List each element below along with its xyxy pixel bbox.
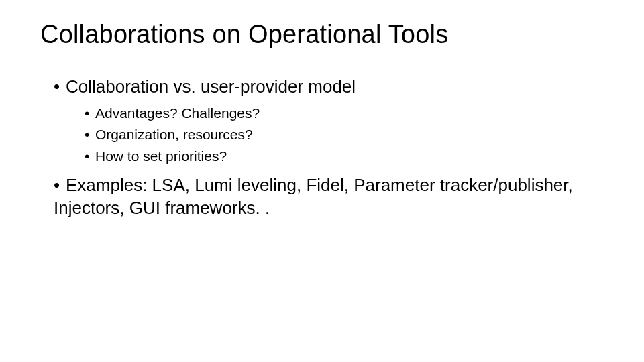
bullet-marker: •: [54, 174, 66, 197]
list-item: •Examples: LSA, Lumi leveling, Fidel, Pa…: [54, 174, 604, 220]
sub-list-item: •Advantages? Challenges?: [85, 104, 604, 123]
bullet-marker: •: [85, 104, 95, 123]
slide-title: Collaborations on Operational Tools: [40, 20, 604, 49]
bullet-marker: •: [85, 125, 95, 144]
list-item-text: Collaboration vs. user-provider model: [66, 76, 356, 97]
list-item-text: Examples: LSA, Lumi leveling, Fidel, Par…: [54, 175, 573, 218]
sub-list-item-text: Advantages? Challenges?: [95, 105, 260, 121]
bullet-marker: •: [85, 147, 95, 166]
bullet-marker: •: [54, 76, 66, 99]
sub-list: •Advantages? Challenges? •Organization, …: [40, 104, 604, 166]
sub-list-item-text: How to set priorities?: [95, 148, 227, 164]
bullet-list: •Collaboration vs. user-provider model •…: [40, 76, 604, 219]
list-item: •Collaboration vs. user-provider model: [54, 76, 604, 99]
sub-list-item-text: Organization, resources?: [95, 127, 253, 142]
sub-list-item: •How to set priorities?: [85, 147, 604, 166]
sub-list-item: •Organization, resources?: [85, 125, 604, 144]
